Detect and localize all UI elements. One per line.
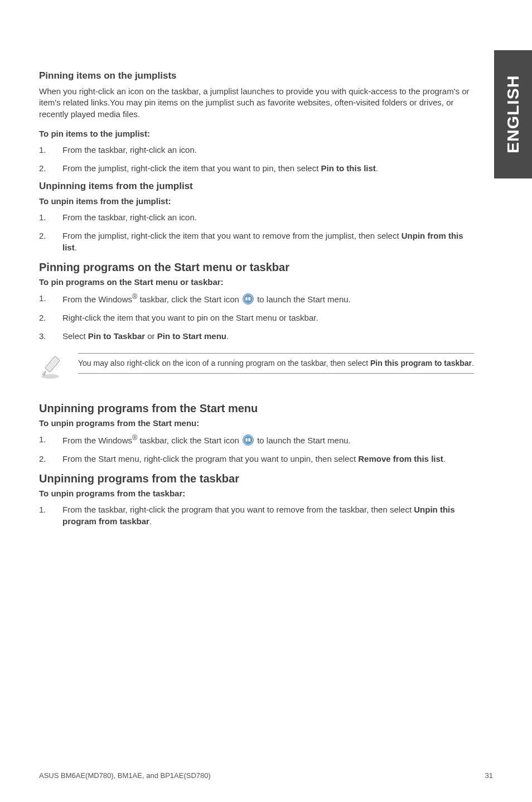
list-item: 2.Right-click the item that you want to … [39, 312, 474, 323]
text-run: . [443, 454, 446, 463]
text-run: to launch the Start menu. [255, 294, 351, 304]
proc-title-pin-programs: To pin programs on the Start menu or tas… [39, 277, 474, 287]
step-text: From the taskbar, right-click an icon. [62, 145, 197, 154]
list-item: 1.From the Windows® taskbar, click the S… [39, 292, 474, 305]
text-bold: Pin to Start menu [157, 331, 226, 341]
language-tab: ENGLISH [494, 50, 532, 178]
step-text: From the jumplist, right-click the item … [62, 163, 378, 173]
step-number: 1. [39, 211, 46, 223]
text-run: . [149, 516, 152, 526]
steps-unpin-jumplist: 1.From the taskbar, right-click an icon.… [39, 211, 474, 253]
proc-title-unpin-taskbar: To unpin programs from the taskbar: [39, 489, 474, 498]
step-text: Select Pin to Taskbar or Pin to Start me… [62, 331, 229, 341]
section-unpin-start: Unpinning programs from the Start menu [39, 402, 474, 415]
note-text: You may also right-click on the icon of … [78, 353, 474, 374]
list-item: 1.From the taskbar, right-click the prog… [39, 504, 474, 527]
note-box: You may also right-click on the icon of … [39, 353, 474, 380]
step-number: 1. [39, 144, 46, 156]
text-run: . [75, 243, 77, 252]
text-run: or [145, 331, 157, 341]
step-number: 1. [39, 433, 46, 445]
text-run: taskbar, click the Start icon [137, 294, 241, 304]
steps-pin-programs: 1.From the Windows® taskbar, click the S… [39, 292, 474, 342]
section-pin-programs: Pinning programs on the Start menu or ta… [39, 261, 474, 274]
step-text: From the taskbar, right-click an icon. [62, 212, 197, 222]
text-run: to launch the Start menu. [255, 436, 351, 445]
text-run: . [472, 359, 474, 368]
page-content: Pinning items on the jumplists When you … [39, 70, 474, 527]
step-text: From the Start menu, right-click the pro… [62, 454, 446, 463]
list-item: 2.From the jumplist, right-click the ite… [39, 162, 474, 174]
step-text: From the Windows® taskbar, click the Sta… [62, 436, 351, 445]
intro-pin-jumplist: When you right-click an icon on the task… [39, 86, 474, 120]
steps-unpin-start: 1.From the Windows® taskbar, click the S… [39, 433, 474, 465]
text-bold: Remove from this list [358, 454, 443, 463]
list-item: 2.From the jumplist, right-click the ite… [39, 230, 474, 253]
text-run: From the jumplist, right-click the item … [62, 163, 321, 173]
step-number: 2. [39, 162, 46, 174]
windows-start-icon [243, 293, 254, 305]
step-text: Right-click the item that you want to pi… [62, 313, 318, 322]
step-number: 1. [39, 292, 46, 304]
text-bold: Pin this program to taskbar [370, 359, 472, 368]
list-item: 2.From the Start menu, right-click the p… [39, 453, 474, 465]
step-number: 2. [39, 453, 46, 465]
footer-page-number: 31 [485, 771, 493, 780]
text-run: You may also right-click on the icon of … [78, 359, 370, 368]
text-bold: Pin to this list [321, 163, 376, 173]
section-unpin-taskbar: Unpinning programs from the taskbar [39, 472, 474, 485]
text-run: taskbar, click the Start icon [137, 436, 241, 445]
proc-title-unpin-start: To unpin programs from the Start menu: [39, 418, 474, 428]
proc-title-unpin-jumplist: To unpin items from the jumplist: [39, 196, 474, 206]
registered-mark: ® [132, 293, 137, 301]
list-item: 1.From the Windows® taskbar, click the S… [39, 433, 474, 446]
text-run: From the jumplist, right-click the item … [62, 231, 402, 240]
text-run: From the taskbar, right-click the progra… [62, 505, 414, 514]
footer-left: ASUS BM6AE(MD780), BM1AE, and BP1AE(SD78… [39, 771, 211, 780]
page-footer: ASUS BM6AE(MD780), BM1AE, and BP1AE(SD78… [39, 771, 493, 780]
text-run: From the Start menu, right-click the pro… [62, 454, 358, 463]
list-item: 1.From the taskbar, right-click an icon. [39, 144, 474, 156]
step-number: 2. [39, 312, 46, 323]
subhead-unpin-jumplist: Unpinning items from the jumplist [39, 181, 474, 192]
step-number: 1. [39, 504, 46, 515]
proc-title-pin-jumplist: To pin items to the jumplist: [39, 129, 474, 138]
registered-mark: ® [132, 434, 137, 442]
step-text: From the taskbar, right-click the progra… [62, 505, 455, 526]
text-run: Select [62, 331, 88, 341]
step-number: 3. [39, 330, 46, 342]
step-text: From the jumplist, right-click the item … [62, 231, 463, 252]
text-run: . [226, 331, 229, 341]
pencil-icon [39, 354, 65, 380]
text-run: From the Windows [62, 436, 132, 445]
text-run: . [376, 163, 378, 173]
steps-pin-jumplist: 1.From the taskbar, right-click an icon.… [39, 144, 474, 174]
windows-start-icon [243, 434, 254, 446]
steps-unpin-taskbar: 1.From the taskbar, right-click the prog… [39, 504, 474, 527]
svg-rect-4 [45, 356, 60, 372]
list-item: 1.From the taskbar, right-click an icon. [39, 211, 474, 223]
text-run: From the Windows [62, 294, 132, 304]
step-text: From the Windows® taskbar, click the Sta… [62, 294, 351, 304]
step-number: 2. [39, 230, 46, 241]
subhead-pin-jumplist: Pinning items on the jumplists [39, 70, 474, 81]
text-bold: Pin to Taskbar [88, 331, 145, 341]
list-item: 3.Select Pin to Taskbar or Pin to Start … [39, 330, 474, 342]
